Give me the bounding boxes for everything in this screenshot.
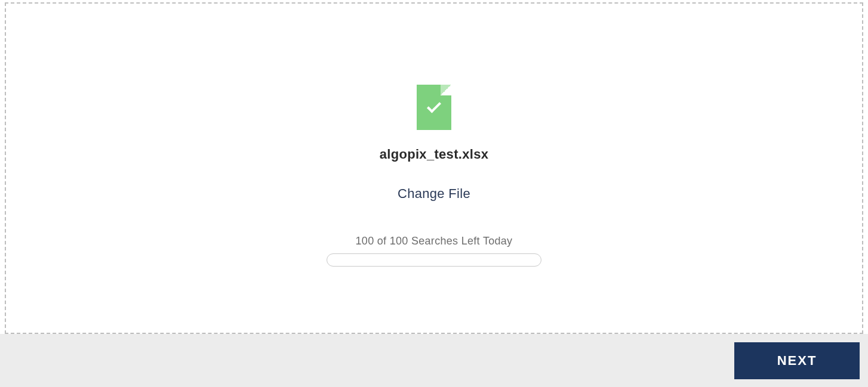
search-quota-bar: [327, 253, 541, 267]
change-file-link[interactable]: Change File: [398, 186, 470, 202]
file-dropzone[interactable]: algopix_test.xlsx Change File 100 of 100…: [5, 2, 863, 334]
next-button[interactable]: NEXT: [734, 342, 860, 379]
search-quota-text: 100 of 100 Searches Left Today: [356, 235, 513, 247]
footer-bar: NEXT: [0, 334, 868, 387]
file-success-icon: [417, 85, 451, 130]
uploaded-filename: algopix_test.xlsx: [380, 147, 488, 162]
